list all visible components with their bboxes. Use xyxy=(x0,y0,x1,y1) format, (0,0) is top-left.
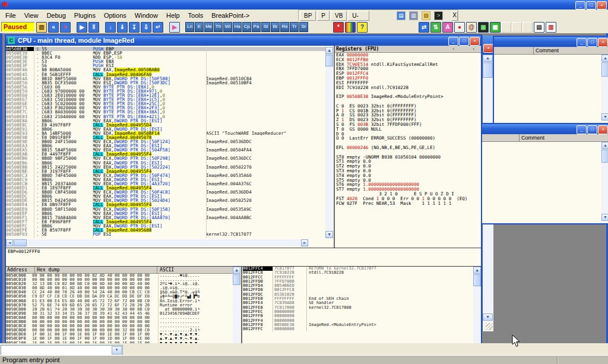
hexdump-row[interactable]: 0050C09030 31 32 33 34 35 36 37 38 39 41… xyxy=(6,312,233,316)
spiral-button[interactable]: @ xyxy=(466,22,477,33)
disasm-row[interactable]: 00508E40.B8 B0BA5000MOV EAX,ImageRed.005… xyxy=(6,68,325,72)
scroll-up-arrow[interactable]: ▲ xyxy=(601,142,608,149)
record-button[interactable]: ● xyxy=(454,22,465,33)
panel-list-button[interactable]: ▤ xyxy=(534,22,544,33)
side-window-middle-titlebar[interactable]: _ □ × xyxy=(482,124,608,134)
column-divider[interactable] xyxy=(34,46,34,238)
scroll-right-arrow[interactable]: ► xyxy=(301,239,308,246)
minimize-button[interactable]: _ xyxy=(575,1,585,10)
hexdump-row[interactable]: 0050C07052 75 6E 74 69 6D 65 20 65 72 72… xyxy=(6,303,233,308)
column-header[interactable]: Comment xyxy=(494,47,608,55)
open-folder-icon[interactable]: ▨ xyxy=(422,11,430,20)
hexdump-row[interactable]: 0050C040CC 24 40 00 78 26 40 00 54 2A 40… xyxy=(6,290,233,295)
hexdump-row[interactable]: 0050C00000 00 00 00 00 00 00 00 02 8D 40… xyxy=(6,274,233,278)
window-button[interactable]: ▣ xyxy=(490,22,501,33)
disasm-row[interactable]: 00508E8A.8B06MOV EAX,DWORD PTR DS:[ESI] xyxy=(6,119,325,123)
disasm-row[interactable]: 00508EB0.8B0D 98F25000MOV ECX,DWORD PTR … xyxy=(6,156,325,160)
disassembly-pane[interactable]: 00508E38$55PUSH EBP00508E39.8BECMOV EBP,… xyxy=(6,47,325,238)
hex-dump-pane[interactable]: 0050C00000 00 00 00 00 00 00 00 02 8D 40… xyxy=(6,274,233,343)
hexdump-row[interactable]: 0050C050C9 D7 CF C8 CD CE DB D8 DA D9 CA… xyxy=(6,295,233,299)
help-button[interactable]: ? xyxy=(357,22,368,33)
cpu-window[interactable]: C CPU - main thread, module ImageRed _ □… xyxy=(5,34,482,344)
column-divider[interactable] xyxy=(206,46,207,238)
scroll-up-arrow[interactable]: ▲ xyxy=(601,55,608,62)
close-button[interactable]: × xyxy=(598,38,608,47)
plugin-button-ubpm[interactable]: U-BPM xyxy=(348,11,369,21)
stack-row[interactable]: 0012FFFC00000000 xyxy=(243,327,473,331)
menu-item-file[interactable]: File xyxy=(1,12,20,19)
register-line[interactable]: EIP 00508E38 ImageRed.<ModuleEntryPoint> xyxy=(335,94,481,99)
go-to-address-button[interactable]: ▶ xyxy=(169,22,180,33)
register-line[interactable]: FCW 027F Prec NEAR,53 Mask 1 1 1 1 1 1 xyxy=(335,201,481,206)
panel-button-cp[interactable]: Cp xyxy=(242,22,251,32)
maximize-button[interactable]: □ xyxy=(587,38,597,47)
book-icon[interactable]: ▥ xyxy=(409,11,418,20)
disasm-row[interactable]: 00508E50.8B35 DCF35000MOV ESI,DWORD PTR … xyxy=(6,81,325,85)
disasm-row[interactable]: 00508E39.8BECMOV EBP,ESP xyxy=(6,51,325,55)
panel-button-th[interactable]: Th xyxy=(214,22,223,32)
command-combobox[interactable]: ▼ xyxy=(1,345,123,356)
pane-nav-icon[interactable]: ‹ xyxy=(452,46,455,52)
side-window-top[interactable]: _ □ × Comment ▲ ▼ xyxy=(493,36,608,124)
panel-button-wi[interactable]: Wi xyxy=(223,22,232,32)
hexdump-row[interactable]: 0050C0D000 00 00 00 00 00 00 00 00 00 00… xyxy=(6,328,233,333)
hexdump-row[interactable]: 0050C0B000 00 00 00 00 00 00 00 00 00 00… xyxy=(6,320,233,324)
menu-item-plugins[interactable]: Plugins xyxy=(70,12,100,19)
stack-pane[interactable]: 0012FFC47C817077RETURN to kernel32.7C817… xyxy=(243,267,473,343)
side-window-middle[interactable]: _ □ × Comment ▲ ▼ xyxy=(481,123,608,224)
disasm-row[interactable]: 00508ECB.8B15 20374A00MOV EDX,DWORD PTR … xyxy=(6,182,325,186)
disasm-row[interactable]: 00508ED1.E8 1E97F8FFCALL ImageRed.004955… xyxy=(6,186,325,190)
plugin-close-button[interactable]: X xyxy=(451,11,458,21)
close-button[interactable]: × xyxy=(598,125,608,134)
register-line[interactable]: T 0 GS 0000 NULL xyxy=(335,127,481,132)
combobox-dropdown-icon[interactable]: ▼ xyxy=(112,346,122,354)
menu-item-help[interactable]: Help xyxy=(162,12,184,19)
menu-item-window[interactable]: Window xyxy=(131,12,162,19)
disasm-row[interactable]: 00508E91.8B06MOV EAX,DWORD PTR DS:[ESI] xyxy=(6,127,325,131)
menu-item-view[interactable]: View xyxy=(20,12,43,19)
panel-button-br[interactable]: Br xyxy=(271,22,280,32)
panel-button-ln[interactable]: Ln xyxy=(185,22,194,32)
scroll-up-arrow[interactable]: ▲ xyxy=(325,47,333,54)
disasm-row[interactable]: 00508E98.E8 DB91F8FFCALL ImageRed.004950… xyxy=(6,135,325,140)
pause-button[interactable]: ‖ xyxy=(88,22,99,33)
disasm-row[interactable]: 00508E45.E8 56B1EFFFCALL ImageRed.00406F… xyxy=(6,72,325,77)
scrollbar-thumb[interactable] xyxy=(14,239,27,246)
hexdump-row[interactable]: 0050C060E1 E3 00 E4 E5 8D 40 00 45 72 72… xyxy=(6,299,233,303)
console-icon[interactable]: > xyxy=(434,11,443,20)
panel-button-st[interactable]: St xyxy=(261,22,270,32)
minimize-button[interactable]: _ xyxy=(448,37,458,46)
swap-panes-button[interactable]: ⇄ xyxy=(419,22,429,33)
disasm-row[interactable]: 00508EAB.E8 4497F8FFCALL ImageRed.004955… xyxy=(6,152,325,156)
disassembly-scrollbar[interactable]: ▲ ▼ xyxy=(325,47,333,238)
hexdump-row[interactable]: 0050C08020 20 61 74 20 30 30 30 30 30 30… xyxy=(6,308,233,312)
scroll-down-arrow[interactable]: ▼ xyxy=(601,113,608,121)
register-line[interactable]: EDI 7C910228 ntdll.7C910228 xyxy=(335,86,481,90)
plugin-button-p[interactable]: P xyxy=(317,11,330,21)
hexdump-row[interactable]: 0050C03000 8D 40 00 01 8D 40 00 00 00 00… xyxy=(6,286,233,290)
updown-button[interactable]: ⇅ xyxy=(430,22,441,33)
scroll-up-arrow[interactable]: ▲ xyxy=(483,55,493,62)
step-over-button[interactable]: ⇓ xyxy=(117,22,128,33)
disasm-row[interactable]: 00508E75.C683 F3020000 00MOV BYTE PTR DS… xyxy=(6,106,325,110)
disasm-row[interactable]: 00508E8C.E8 4397F8FFCALL ImageRed.004955… xyxy=(6,123,325,127)
close-button[interactable]: × xyxy=(597,1,607,10)
disassembly-hscrollbar[interactable]: ◄ ► xyxy=(6,239,309,246)
scroll-down-arrow[interactable]: ▼ xyxy=(483,314,493,321)
panel-button-pa[interactable]: Pa xyxy=(252,22,261,32)
disasm-row[interactable]: 00508EF7.E8 F896F8FFCALL ImageRed.004955… xyxy=(6,220,325,224)
disasm-row[interactable]: 00508EDC.8B06MOV EAX,DWORD PTR DS:[ESI] xyxy=(6,194,325,198)
disasm-row[interactable]: 00508EFC.8B06MOV EAX,DWORD PTR DS:[ESI] xyxy=(6,224,325,228)
cpu-titlebar[interactable]: C CPU - main thread, module ImageRed _ □… xyxy=(6,36,481,46)
panel-button-ha[interactable]: Ha xyxy=(233,22,242,32)
disasm-row[interactable]: 00508EDE.8B15 D4245000MOV EDX,DWORD PTR … xyxy=(6,198,325,202)
appearance-button[interactable] xyxy=(345,22,356,33)
panel-button-me[interactable]: Me xyxy=(204,22,213,32)
disasm-row[interactable]: 00508E67.C683 C5010000 00MOV BYTE PTR DS… xyxy=(6,97,325,102)
column-header[interactable]: Comment xyxy=(482,134,608,142)
column-divider[interactable] xyxy=(42,46,42,238)
notes-icon[interactable]: ▤ xyxy=(397,11,406,20)
panel-button-tr[interactable]: Tr xyxy=(290,22,299,32)
restore-button[interactable]: □ xyxy=(586,1,596,10)
hexdump-row[interactable]: 0050C01000 00 00 00 00 00 00 00 00 00 00… xyxy=(6,278,233,282)
